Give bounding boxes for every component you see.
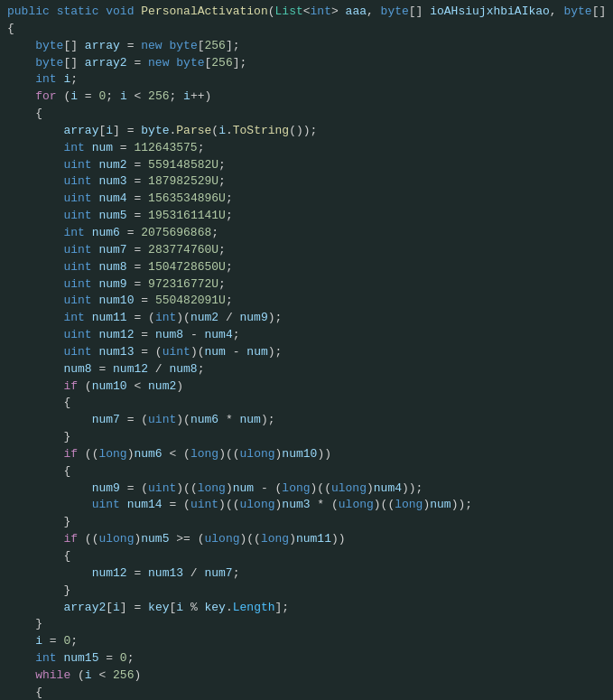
code-line: uint num10 = 550482091U; xyxy=(0,293,613,310)
code-line: uint num5 = 1953161141U; xyxy=(0,208,613,225)
code-line: uint num2 = 559148582U; xyxy=(0,157,613,174)
code-line: } xyxy=(0,514,613,531)
code-editor: public static void PersonalActivation(Li… xyxy=(0,0,613,700)
code-line: uint num3 = 187982529U; xyxy=(0,173,613,191)
code-line: num8 = num12 / num8; xyxy=(0,361,613,378)
code-line: } xyxy=(0,429,613,446)
code-line: uint num12 = num8 - num4; xyxy=(0,327,613,344)
code-line: uint num8 = 1504728650U; xyxy=(0,259,613,276)
code-line: int num = 112643575; xyxy=(0,140,613,157)
code-line: uint num7 = 283774760U; xyxy=(0,242,613,259)
code-line: num7 = (uint)(num6 * num); xyxy=(0,412,613,429)
code-line: int num11 = (int)(num2 / num9); xyxy=(0,310,613,327)
code-line: array[i] = byte.Parse(i.ToString()); xyxy=(0,123,613,140)
code-line: byte[] array = new byte[256]; xyxy=(0,38,613,55)
code-line: int i; xyxy=(0,71,613,89)
code-line: } xyxy=(0,616,613,633)
code-line: { xyxy=(0,106,613,123)
code-line: byte[] array2 = new byte[256]; xyxy=(0,55,613,72)
code-line: while (i < 256) xyxy=(0,667,613,685)
code-line: { xyxy=(0,463,613,481)
code-line: if (num10 < num2) xyxy=(0,378,613,396)
code-line: int num15 = 0; xyxy=(0,650,613,667)
code-line: if ((long)num6 < (long)((ulong)num10)) xyxy=(0,446,613,463)
code-line: for (i = 0; i < 256; i++) xyxy=(0,89,613,106)
code-line: public static void PersonalActivation(Li… xyxy=(0,4,613,21)
code-line: if ((ulong)num5 >= (ulong)((long)num11)) xyxy=(0,531,613,548)
code-line: uint num13 = (uint)(num - num); xyxy=(0,344,613,361)
code-line: uint num4 = 1563534896U; xyxy=(0,191,613,208)
code-line: { xyxy=(0,685,613,700)
code-line: } xyxy=(0,583,613,600)
code-line: { xyxy=(0,548,613,565)
code-line: { xyxy=(0,395,613,412)
code-line: num12 = num13 / num7; xyxy=(0,565,613,583)
code-line: { xyxy=(0,21,613,38)
code-line: array2[i] = key[i % key.Length]; xyxy=(0,600,613,617)
code-line: uint num9 = 972316772U; xyxy=(0,276,613,294)
code-line: num9 = (uint)((long)num - (long)((ulong)… xyxy=(0,481,613,498)
code-line: int num6 = 2075696868; xyxy=(0,225,613,242)
code-line: i = 0; xyxy=(0,633,613,650)
code-line: uint num14 = (uint)((ulong)num3 * (ulong… xyxy=(0,497,613,514)
